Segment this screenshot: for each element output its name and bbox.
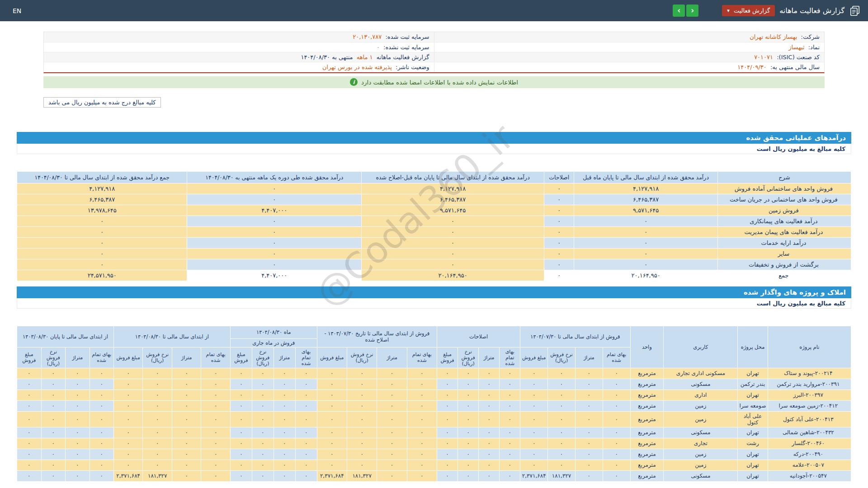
value-cell: ۶,۴۶۵,۳۸۷ bbox=[362, 194, 544, 205]
value-cell: ۰ bbox=[548, 411, 576, 427]
value-cell: ۰ bbox=[172, 411, 201, 427]
row-label: فروش واحد های ساختمانی در جریان ساخت bbox=[717, 194, 851, 205]
revenue-row: فروش واحد های ساختمانی آماده فروش۴,۱۲۷,۹… bbox=[17, 183, 851, 194]
value-cell: ۰ bbox=[479, 438, 500, 449]
value-cell: ۰ bbox=[295, 368, 317, 379]
language-toggle[interactable]: EN bbox=[13, 7, 21, 14]
value-cell: ۰ bbox=[66, 438, 90, 449]
project-name: ۲۰۰۳۹۷-البرز bbox=[768, 389, 851, 400]
next-report-button[interactable]: › bbox=[686, 5, 698, 17]
project-location: تهران bbox=[738, 460, 768, 470]
project-location: تهران bbox=[738, 368, 768, 379]
t2-subheader: نرخ فروش (ریال) bbox=[548, 347, 576, 368]
info-value: ۱۴۰۴/۰۹/۳۰ bbox=[737, 64, 767, 70]
report-copy-icon[interactable] bbox=[849, 5, 861, 17]
value-cell: ۰ bbox=[317, 427, 347, 438]
project-unit: مترمربع bbox=[630, 427, 664, 438]
value-cell: ۹,۵۷۱,۶۴۵ bbox=[362, 205, 544, 216]
value-cell: ۰ bbox=[500, 438, 520, 449]
value-cell: ۰ bbox=[90, 379, 113, 389]
main-content: درآمدهای عملیاتی محقق شده کلیه مبالغ به … bbox=[17, 132, 851, 482]
value-cell: ۲۴,۵۷۱,۹۵۰ bbox=[17, 270, 187, 281]
value-cell: ۰ bbox=[274, 411, 295, 427]
col-header-current-month: درآمد محقق شده طی دوره یک ماهه منتهی به … bbox=[187, 171, 362, 183]
value-cell: ۰ bbox=[574, 226, 717, 237]
value-cell: ۰ bbox=[500, 449, 520, 460]
value-cell: ۰ bbox=[172, 460, 201, 470]
value-cell: ۰ bbox=[548, 379, 576, 389]
report-type-dropdown[interactable]: گزارش فعالیت ▾ bbox=[722, 5, 775, 16]
chevron-right-icon: › bbox=[691, 6, 694, 15]
value-cell: ۰ bbox=[603, 368, 630, 379]
value-cell: ۰ bbox=[377, 411, 407, 427]
info-label: سرمایه ثبت نشده: bbox=[383, 44, 429, 51]
value-cell: ۰ bbox=[317, 449, 347, 460]
value-cell: ۰ bbox=[230, 411, 252, 427]
value-cell: ۰ bbox=[143, 449, 172, 460]
value-cell: ۰ bbox=[479, 400, 500, 411]
value-cell: ۲,۳۷۱,۶۸۴ bbox=[520, 470, 548, 481]
revenue-row: جمع۲۰,۱۶۴,۹۵۰۰۲۰,۱۶۴,۹۵۰۴,۴۰۷,۰۰۰۲۴,۵۷۱,… bbox=[17, 270, 851, 281]
value-cell: ۰ bbox=[574, 248, 717, 259]
value-cell: ۰ bbox=[41, 389, 65, 400]
value-cell: ۰ bbox=[377, 470, 407, 481]
value-cell: ۰ bbox=[274, 470, 295, 481]
value-cell: ۰ bbox=[17, 400, 42, 411]
value-cell: ۰ bbox=[548, 389, 576, 400]
value-cell: ۰ bbox=[317, 368, 347, 379]
value-cell: ۰ bbox=[41, 470, 65, 481]
revenue-table-header: شرح درآمد محقق شده از ابتدای سال مالی تا… bbox=[17, 171, 851, 183]
t2-subheader: متراژ bbox=[66, 347, 90, 368]
value-cell: ۰ bbox=[295, 438, 317, 449]
value-cell: ۰ bbox=[187, 216, 362, 226]
value-cell: ۰ bbox=[317, 460, 347, 470]
prev-report-button[interactable]: ‹ bbox=[673, 5, 685, 17]
value-cell: ۰ bbox=[437, 379, 458, 389]
value-cell: ۰ bbox=[500, 411, 520, 427]
value-cell: ۰ bbox=[362, 259, 544, 270]
project-usage: مسکونی اداری تجاری bbox=[664, 368, 738, 379]
value-cell: ۰ bbox=[458, 427, 479, 438]
t2-subheader: متراژ bbox=[575, 347, 603, 368]
project-unit: مترمربع bbox=[630, 411, 664, 427]
t2-subheader: مبلغ فروش bbox=[113, 347, 143, 368]
value-cell: ۰ bbox=[317, 379, 347, 389]
value-cell: ۰ bbox=[172, 368, 201, 379]
value-cell: ۰ bbox=[17, 449, 42, 460]
value-cell: ۰ bbox=[407, 379, 437, 389]
value-cell: ۰ bbox=[317, 411, 347, 427]
value-cell: ۰ bbox=[575, 400, 603, 411]
value-cell: ۰ bbox=[479, 449, 500, 460]
value-cell: ۰ bbox=[407, 438, 437, 449]
value-cell: ۰ bbox=[362, 237, 544, 248]
value-cell: ۰ bbox=[377, 427, 407, 438]
page-title: گزارش فعالیت ماهانه bbox=[779, 6, 844, 15]
revenue-row: درآمد ارایه خدمات۰۰۰۰۰ bbox=[17, 237, 851, 248]
project-row: ۲۰۰۲۱۴-پیوند و ستاکتهرانمسکونی اداری تجا… bbox=[17, 368, 851, 379]
t2-subheader: نرخ فروش (ریال) bbox=[41, 347, 65, 368]
value-cell: ۲۰,۱۶۴,۹۵۰ bbox=[574, 270, 717, 281]
value-cell: ۲,۳۷۱,۶۸۴ bbox=[113, 470, 143, 481]
t2-subheader: نرخ فروش (ریال) bbox=[458, 347, 479, 368]
value-cell: ۰ bbox=[603, 438, 630, 449]
value-cell: ۰ bbox=[252, 411, 274, 427]
value-cell: ۰ bbox=[143, 411, 172, 427]
row-label: جمع bbox=[717, 270, 851, 281]
project-unit: مترمربع bbox=[630, 470, 664, 481]
project-unit: مترمربع bbox=[630, 400, 664, 411]
group-header-adjusted: فروش از ابتدای سال مالی تا تاریخ ۱۴۰۴/۰۷… bbox=[317, 326, 437, 347]
value-cell: ۰ bbox=[377, 449, 407, 460]
t2-subheader: نرخ فروش (ریال) bbox=[252, 347, 274, 368]
registered-capital-cell: سرمایه ثبت شده: ۲۰,۱۳۰,۷۸۷ bbox=[44, 32, 434, 42]
value-cell: ۰ bbox=[479, 427, 500, 438]
value-cell: ۰ bbox=[575, 389, 603, 400]
info-label: سال مالی منتهی به: bbox=[770, 64, 820, 70]
value-cell: ۰ bbox=[544, 259, 574, 270]
value-cell: ۰ bbox=[548, 449, 576, 460]
info-label: نماد: bbox=[808, 44, 820, 51]
value-cell: ۰ bbox=[17, 438, 42, 449]
value-cell: ۰ bbox=[230, 438, 252, 449]
value-cell: ۰ bbox=[17, 248, 187, 259]
topbar-right-group: گزارش فعالیت ماهانه گزارش فعالیت ▾ ‹ › bbox=[673, 5, 861, 17]
t2-subheader: بهای تمام شده bbox=[90, 347, 113, 368]
